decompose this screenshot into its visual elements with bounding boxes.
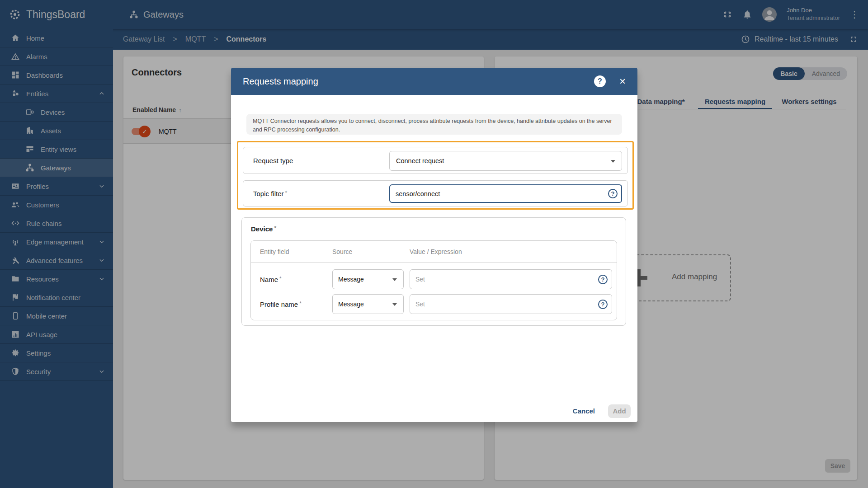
profile-value-help-icon[interactable]: ? — [598, 300, 608, 309]
highlighted-request-section: Request type Connect request Topic filte… — [237, 141, 634, 210]
dropdown-caret-icon — [392, 303, 397, 306]
device-table-header: Entity field Source Value / Expression — [251, 241, 617, 263]
close-icon[interactable]: × — [619, 76, 626, 87]
profile-name-row-label: Profile name* — [260, 300, 302, 308]
device-section: Device* Entity field Source Value / Expr… — [241, 217, 626, 326]
device-mapping-table: Entity field Source Value / Expression N… — [250, 240, 617, 320]
name-row-label: Name* — [260, 276, 282, 283]
profile-source-select[interactable]: Message — [332, 294, 404, 314]
dialog-header: Requests mapping ? × — [231, 68, 637, 95]
name-source-select[interactable]: Message — [332, 269, 404, 289]
dialog-title: Requests mapping — [243, 76, 318, 87]
help-icon[interactable]: ? — [594, 75, 606, 87]
dialog-description: MQTT Connector requests allows you to co… — [246, 114, 622, 135]
add-button[interactable]: Add — [608, 404, 631, 418]
column-entity-field: Entity field — [260, 248, 289, 255]
name-value-input[interactable] — [410, 269, 612, 289]
name-value-help-icon[interactable]: ? — [598, 275, 608, 284]
profile-value-input[interactable] — [410, 294, 612, 314]
requests-mapping-dialog: Requests mapping ? × MQTT Connector requ… — [231, 68, 637, 422]
dropdown-caret-icon — [611, 160, 615, 163]
request-type-label: Request type — [253, 157, 293, 164]
topic-filter-input[interactable] — [389, 184, 622, 203]
device-section-title: Device* — [251, 225, 276, 233]
topic-filter-help-icon[interactable]: ? — [608, 189, 618, 198]
thingsboard-screen: ThingsBoard Gateways John Doe Tenant adm… — [0, 0, 868, 488]
column-source: Source — [332, 248, 352, 255]
request-type-select[interactable]: Connect request — [389, 151, 622, 171]
column-value-expression: Value / Expression — [410, 248, 462, 255]
dropdown-caret-icon — [392, 278, 397, 281]
topic-filter-field: Topic filter* ? — [243, 180, 628, 206]
topic-filter-label: Topic filter* — [253, 190, 287, 197]
request-type-field: Request type Connect request — [243, 147, 628, 174]
cancel-button[interactable]: Cancel — [569, 404, 599, 418]
